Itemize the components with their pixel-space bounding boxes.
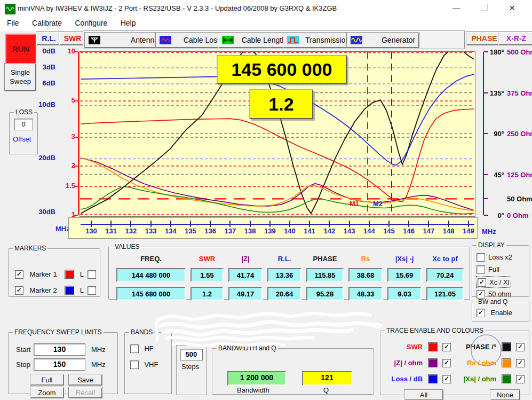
sweep-recall-button[interactable]: Recall xyxy=(68,387,102,398)
loss-offset-link[interactable]: Offset xyxy=(13,135,31,143)
xrz-indicator[interactable]: X-R-Z xyxy=(498,32,532,45)
bands-group-title: BANDS xyxy=(129,328,154,336)
x-axis-tick xyxy=(428,221,429,227)
phase-deg-label: 135° xyxy=(486,89,504,97)
rl-indicator[interactable]: R.L. xyxy=(36,32,62,45)
x-axis-tick xyxy=(289,221,290,227)
tab-cable-loss[interactable]: Cable Loss xyxy=(155,32,225,48)
values-cell-marker2: 145 680 000 xyxy=(116,287,186,301)
ohm-label: 375 Ohm xyxy=(507,89,532,97)
menu-file[interactable]: File xyxy=(2,17,25,29)
swr-flag: 1.2 xyxy=(249,89,313,119)
x-axis-tick xyxy=(408,221,409,227)
bwq-enable-checkbox[interactable] xyxy=(477,309,485,317)
chart-plot-area[interactable]: M1 M2 145 600 000 1.2 xyxy=(80,51,475,217)
x-axis-tick-label: 148 xyxy=(441,227,457,235)
sweep-zoom-button[interactable]: Zoom xyxy=(30,387,64,398)
maximize-button[interactable] xyxy=(472,0,496,16)
values-column: |Xs| -j15.699.03 xyxy=(387,255,422,301)
db-axis-label: 10dB xyxy=(38,100,55,108)
close-button[interactable]: ✕ xyxy=(500,0,524,16)
trace-phase-swatch[interactable] xyxy=(502,342,511,351)
trace-phase-checkbox[interactable] xyxy=(516,343,525,351)
display-option-checkbox-2[interactable] xyxy=(478,278,486,287)
phase-ohm-axis-label: 90°250 Ohm xyxy=(486,129,532,138)
values-cell-marker1: 70.24 xyxy=(426,268,464,282)
trace-swr-row: SWR xyxy=(380,342,451,351)
x-axis-tick xyxy=(170,221,171,227)
phase-deg-label: 90° xyxy=(486,130,504,138)
display-option-row: 50 ohm xyxy=(477,289,512,299)
loss-group-title: LOSS xyxy=(14,108,34,116)
trace-all-button[interactable]: All xyxy=(404,389,443,400)
band-hf-checkbox[interactable] xyxy=(130,344,139,353)
display-option-label: Full xyxy=(488,265,499,273)
menu-configure[interactable]: Configure xyxy=(70,17,113,29)
display-option-checkbox-1[interactable] xyxy=(477,265,485,274)
trace-swr-swatch[interactable] xyxy=(428,342,438,351)
x-axis-tick-label: 135 xyxy=(182,227,198,235)
display-option-row: Xc / Xl xyxy=(477,277,511,287)
trace-rs-checkbox[interactable] xyxy=(516,359,525,367)
x-axis-tick-label: 138 xyxy=(242,227,258,235)
trace-swr xyxy=(81,109,474,202)
trace-loss-row: Loss / dB xyxy=(380,374,451,383)
values-cell-marker2: 121.05 xyxy=(426,287,464,301)
values-table: FREQ.144 480 000145 680 000SWR1.551.2|Z|… xyxy=(116,255,464,301)
x-axis-tick-label: 146 xyxy=(401,227,417,235)
x-axis-tick xyxy=(329,221,330,227)
sweep-full-button[interactable]: Full xyxy=(30,374,64,386)
tab-generator[interactable]: Generator xyxy=(346,32,419,48)
display-option-checkbox-3[interactable] xyxy=(477,290,485,299)
loss-offset-input[interactable]: 0 xyxy=(14,119,33,130)
marker1-color-swatch[interactable] xyxy=(65,270,74,279)
sweep-start-input[interactable]: 130 xyxy=(34,343,85,356)
tab-cable-length[interactable]: Cable Length xyxy=(218,32,290,48)
loss-group: LOSS 0 Offset xyxy=(9,108,38,154)
tab-transmission[interactable]: Transmission xyxy=(283,32,354,48)
markers-group-title: MARKERS xyxy=(13,245,47,252)
sweep-limits-title: FREQUENCY SWEEP LIMITS xyxy=(13,328,104,336)
values-column: Xc to pf70.24121.05 xyxy=(426,255,464,301)
values-cell-marker1: 1.55 xyxy=(190,268,224,282)
phase-indicator[interactable]: PHASE xyxy=(466,32,503,45)
phase-ohm-axis-label: 180°500 Ohm xyxy=(486,47,532,57)
trace-group: TRACE ENABLE AND COLOURS SWR PHASE /° |Z… xyxy=(380,327,529,395)
sweep-save-button[interactable]: Save xyxy=(68,374,102,386)
ohm-label: 500 Ohm xyxy=(507,48,532,56)
values-column-header: |Xs| -j xyxy=(387,255,422,263)
marker2-checkbox[interactable] xyxy=(15,286,23,295)
sweep-start-label: Start xyxy=(16,346,30,354)
trace-none-button[interactable]: None xyxy=(490,389,520,400)
sweep-stop-input[interactable]: 150 xyxy=(34,358,85,371)
swr-axis-tick xyxy=(74,166,78,167)
marker2-l-checkbox[interactable] xyxy=(88,286,96,295)
marker1-l-checkbox[interactable] xyxy=(88,270,96,279)
display-option-checkbox-0[interactable] xyxy=(477,253,485,262)
values-column-header: |Z| xyxy=(228,255,263,263)
values-cell-marker2: 1.2 xyxy=(190,287,224,301)
ohm-label: 50 Ohm xyxy=(507,195,532,203)
app-window: miniVNA by IW3HEV & IW3IJZ - 2 Port - RS… xyxy=(0,0,532,400)
minimize-button[interactable]: — xyxy=(444,0,469,16)
marker1-label-text: Marker 1 xyxy=(29,270,57,278)
tab-antenna[interactable]: Antenna xyxy=(84,32,163,48)
trace-z-swatch[interactable] xyxy=(428,358,438,367)
display-option-row: Loss x2 xyxy=(477,252,512,262)
swr-axis-tick xyxy=(74,100,78,101)
menu-calibrate[interactable]: Calibrate xyxy=(27,17,67,29)
trace-rs-swatch[interactable] xyxy=(502,358,511,367)
values-column-header: SWR xyxy=(190,255,224,263)
trace-xs-swatch[interactable] xyxy=(502,374,511,383)
steps-input[interactable]: 500 xyxy=(180,349,203,360)
x-axis-tick xyxy=(210,221,211,227)
frequency-flag: 145 600 000 xyxy=(217,55,347,84)
marker2-color-swatch[interactable] xyxy=(65,286,74,295)
trace-swr-label: SWR xyxy=(407,343,423,351)
trace-loss-swatch[interactable] xyxy=(428,374,438,383)
trace-xs-checkbox[interactable] xyxy=(516,375,525,383)
x-axis-tick-label: 139 xyxy=(262,227,278,235)
marker1-checkbox[interactable] xyxy=(15,270,23,279)
menu-help[interactable]: Help xyxy=(115,17,141,29)
band-vhf-checkbox[interactable] xyxy=(130,360,139,369)
